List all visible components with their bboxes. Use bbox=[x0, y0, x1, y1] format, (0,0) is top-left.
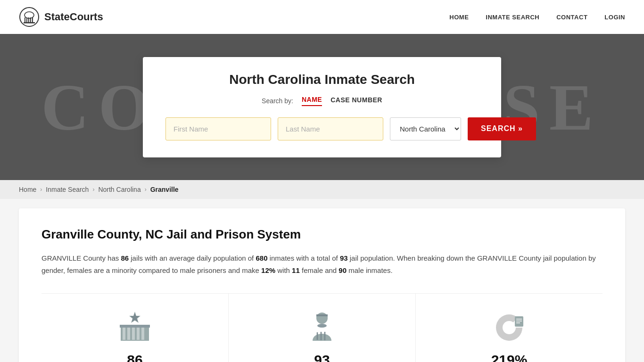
breadcrumb: Home › Inmate Search › North Carolina › … bbox=[0, 180, 644, 199]
svg-rect-19 bbox=[316, 316, 328, 317]
svg-point-17 bbox=[316, 313, 328, 324]
nav-links: HOME INMATE SEARCH CONTACT LOGIN bbox=[449, 14, 625, 21]
search-by-row: Search by: NAME CASE NUMBER bbox=[165, 96, 479, 106]
jail-icon bbox=[116, 308, 154, 346]
stat-jail-rate: 219% Jail Rate bbox=[416, 294, 603, 362]
prisoners-number: 93 bbox=[314, 352, 330, 362]
stats-row: 86 Jails bbox=[41, 293, 603, 362]
svg-point-26 bbox=[317, 324, 327, 328]
jails-number: 86 bbox=[127, 352, 142, 362]
jail-rate-number: 219% bbox=[491, 352, 528, 362]
svg-rect-3 bbox=[26, 17, 27, 22]
desc-female-count: 11 bbox=[292, 266, 300, 274]
svg-rect-10 bbox=[127, 328, 130, 340]
state-select[interactable]: North Carolina Alabama Alaska Arizona Ar… bbox=[390, 117, 461, 140]
svg-point-0 bbox=[20, 8, 39, 26]
svg-rect-7 bbox=[24, 22, 35, 24]
desc-mid4: with bbox=[275, 266, 292, 274]
svg-rect-30 bbox=[516, 319, 522, 320]
content-description: GRANVILLE County has 86 jails with an av… bbox=[41, 252, 603, 276]
nav-login[interactable]: LOGIN bbox=[604, 14, 625, 21]
last-name-input[interactable] bbox=[278, 117, 383, 140]
desc-total-pop: 93 bbox=[340, 254, 348, 262]
desc-intro: GRANVILLE County has bbox=[41, 254, 121, 262]
desc-mid6: male inmates. bbox=[347, 266, 393, 274]
tab-case-number[interactable]: CASE NUMBER bbox=[330, 96, 382, 106]
svg-rect-9 bbox=[123, 328, 125, 340]
stat-prisoners: 93 Prisoners bbox=[229, 294, 416, 362]
breadcrumb-sep-3: › bbox=[145, 186, 147, 193]
site-name: StateCourts bbox=[44, 11, 103, 23]
nav-contact[interactable]: CONTACT bbox=[556, 14, 587, 21]
svg-rect-4 bbox=[28, 17, 29, 22]
svg-rect-6 bbox=[32, 17, 33, 22]
tab-name[interactable]: NAME bbox=[302, 96, 322, 106]
desc-mid5: female and bbox=[300, 266, 339, 274]
prisoner-icon bbox=[303, 308, 341, 346]
search-inputs-row: North Carolina Alabama Alaska Arizona Ar… bbox=[165, 117, 479, 140]
breadcrumb-sep-1: › bbox=[40, 186, 42, 193]
nav-home[interactable]: HOME bbox=[449, 14, 469, 21]
chart-icon bbox=[490, 308, 528, 346]
breadcrumb-north-carolina[interactable]: North Carolina bbox=[98, 186, 140, 193]
svg-point-28 bbox=[503, 321, 516, 334]
navigation: StateCourts HOME INMATE SEARCH CONTACT L… bbox=[0, 0, 644, 34]
search-card: North Carolina Inmate Search Search by: … bbox=[143, 57, 501, 157]
svg-rect-18 bbox=[316, 314, 328, 316]
breadcrumb-sep-2: › bbox=[92, 186, 94, 193]
desc-avg-pop: 680 bbox=[256, 254, 267, 262]
header-section: COURTHOUSE North Carolina Inmate Search … bbox=[0, 34, 644, 180]
search-by-label: Search by: bbox=[262, 97, 293, 105]
desc-male-count: 90 bbox=[339, 266, 347, 274]
search-card-wrapper: North Carolina Inmate Search Search by: … bbox=[0, 34, 644, 180]
desc-jails-count: 86 bbox=[121, 254, 129, 262]
logo-icon bbox=[19, 7, 40, 27]
search-card-title: North Carolina Inmate Search bbox=[165, 72, 479, 87]
desc-mid1: jails with an average daily population o… bbox=[129, 254, 256, 262]
desc-mid2: inmates with a total of bbox=[267, 254, 339, 262]
svg-rect-32 bbox=[516, 322, 520, 323]
content-title: Granville County, NC Jail and Prison Sys… bbox=[41, 227, 603, 242]
site-logo[interactable]: StateCourts bbox=[19, 7, 103, 27]
stat-jails: 86 Jails bbox=[41, 294, 229, 362]
breadcrumb-home[interactable]: Home bbox=[19, 186, 36, 193]
svg-rect-5 bbox=[30, 17, 31, 22]
svg-rect-13 bbox=[141, 328, 144, 340]
svg-rect-12 bbox=[137, 328, 140, 340]
svg-point-1 bbox=[25, 12, 34, 18]
first-name-input[interactable] bbox=[165, 117, 271, 140]
svg-rect-2 bbox=[25, 17, 25, 22]
desc-pct: 12% bbox=[261, 266, 275, 274]
nav-inmate-search[interactable]: INMATE SEARCH bbox=[486, 14, 539, 21]
svg-rect-14 bbox=[120, 325, 150, 328]
main-content: Granville County, NC Jail and Prison Sys… bbox=[19, 208, 625, 362]
breadcrumb-inmate-search[interactable]: Inmate Search bbox=[46, 186, 89, 193]
breadcrumb-current: Granville bbox=[150, 186, 179, 193]
search-button[interactable]: SEARCH » bbox=[468, 117, 536, 140]
svg-rect-11 bbox=[132, 328, 135, 340]
svg-rect-31 bbox=[516, 321, 522, 321]
